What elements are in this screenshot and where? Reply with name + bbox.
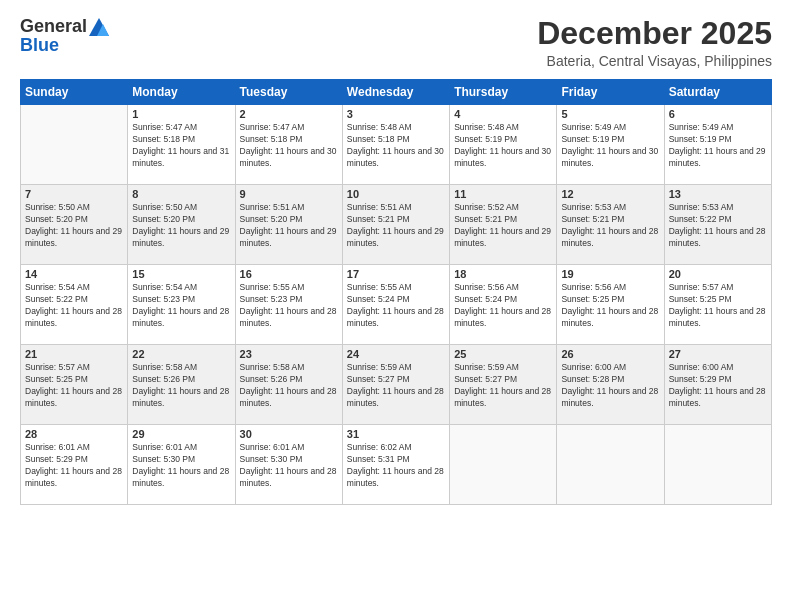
day-info: Sunrise: 5:53 AMSunset: 5:21 PMDaylight:… bbox=[561, 202, 659, 250]
day-info: Sunrise: 5:58 AMSunset: 5:26 PMDaylight:… bbox=[240, 362, 338, 410]
day-number: 19 bbox=[561, 268, 659, 280]
day-number: 29 bbox=[132, 428, 230, 440]
day-info: Sunrise: 5:55 AMSunset: 5:23 PMDaylight:… bbox=[240, 282, 338, 330]
day-info: Sunrise: 6:02 AMSunset: 5:31 PMDaylight:… bbox=[347, 442, 445, 490]
day-number: 11 bbox=[454, 188, 552, 200]
logo: General Blue bbox=[20, 16, 109, 56]
calendar-cell bbox=[557, 425, 664, 505]
day-info: Sunrise: 5:51 AMSunset: 5:21 PMDaylight:… bbox=[347, 202, 445, 250]
calendar-cell: 23Sunrise: 5:58 AMSunset: 5:26 PMDayligh… bbox=[235, 345, 342, 425]
calendar-cell: 27Sunrise: 6:00 AMSunset: 5:29 PMDayligh… bbox=[664, 345, 771, 425]
header: General Blue December 2025 Bateria, Cent… bbox=[20, 16, 772, 69]
page: General Blue December 2025 Bateria, Cent… bbox=[0, 0, 792, 612]
calendar-cell: 4Sunrise: 5:48 AMSunset: 5:19 PMDaylight… bbox=[450, 105, 557, 185]
day-info: Sunrise: 6:01 AMSunset: 5:29 PMDaylight:… bbox=[25, 442, 123, 490]
day-number: 3 bbox=[347, 108, 445, 120]
day-info: Sunrise: 6:01 AMSunset: 5:30 PMDaylight:… bbox=[132, 442, 230, 490]
day-info: Sunrise: 6:00 AMSunset: 5:29 PMDaylight:… bbox=[669, 362, 767, 410]
calendar-cell: 21Sunrise: 5:57 AMSunset: 5:25 PMDayligh… bbox=[21, 345, 128, 425]
weekday-header: Monday bbox=[128, 80, 235, 105]
calendar-cell: 6Sunrise: 5:49 AMSunset: 5:19 PMDaylight… bbox=[664, 105, 771, 185]
day-number: 17 bbox=[347, 268, 445, 280]
calendar-cell bbox=[450, 425, 557, 505]
title-area: December 2025 Bateria, Central Visayas, … bbox=[537, 16, 772, 69]
day-number: 23 bbox=[240, 348, 338, 360]
day-info: Sunrise: 5:50 AMSunset: 5:20 PMDaylight:… bbox=[25, 202, 123, 250]
day-info: Sunrise: 6:00 AMSunset: 5:28 PMDaylight:… bbox=[561, 362, 659, 410]
calendar-cell: 25Sunrise: 5:59 AMSunset: 5:27 PMDayligh… bbox=[450, 345, 557, 425]
calendar-cell: 16Sunrise: 5:55 AMSunset: 5:23 PMDayligh… bbox=[235, 265, 342, 345]
day-info: Sunrise: 5:53 AMSunset: 5:22 PMDaylight:… bbox=[669, 202, 767, 250]
calendar-cell: 31Sunrise: 6:02 AMSunset: 5:31 PMDayligh… bbox=[342, 425, 449, 505]
calendar-cell: 9Sunrise: 5:51 AMSunset: 5:20 PMDaylight… bbox=[235, 185, 342, 265]
day-number: 15 bbox=[132, 268, 230, 280]
day-number: 2 bbox=[240, 108, 338, 120]
day-number: 30 bbox=[240, 428, 338, 440]
day-info: Sunrise: 5:47 AMSunset: 5:18 PMDaylight:… bbox=[240, 122, 338, 170]
day-number: 13 bbox=[669, 188, 767, 200]
day-info: Sunrise: 5:49 AMSunset: 5:19 PMDaylight:… bbox=[669, 122, 767, 170]
logo-icon bbox=[89, 18, 109, 36]
day-info: Sunrise: 6:01 AMSunset: 5:30 PMDaylight:… bbox=[240, 442, 338, 490]
calendar-header-row: SundayMondayTuesdayWednesdayThursdayFrid… bbox=[21, 80, 772, 105]
day-info: Sunrise: 5:48 AMSunset: 5:18 PMDaylight:… bbox=[347, 122, 445, 170]
day-info: Sunrise: 5:52 AMSunset: 5:21 PMDaylight:… bbox=[454, 202, 552, 250]
day-number: 1 bbox=[132, 108, 230, 120]
day-info: Sunrise: 5:57 AMSunset: 5:25 PMDaylight:… bbox=[25, 362, 123, 410]
day-number: 27 bbox=[669, 348, 767, 360]
weekday-header: Friday bbox=[557, 80, 664, 105]
day-number: 7 bbox=[25, 188, 123, 200]
day-info: Sunrise: 5:55 AMSunset: 5:24 PMDaylight:… bbox=[347, 282, 445, 330]
day-number: 14 bbox=[25, 268, 123, 280]
calendar-cell: 14Sunrise: 5:54 AMSunset: 5:22 PMDayligh… bbox=[21, 265, 128, 345]
day-info: Sunrise: 5:51 AMSunset: 5:20 PMDaylight:… bbox=[240, 202, 338, 250]
day-info: Sunrise: 5:57 AMSunset: 5:25 PMDaylight:… bbox=[669, 282, 767, 330]
day-number: 12 bbox=[561, 188, 659, 200]
calendar-cell: 1Sunrise: 5:47 AMSunset: 5:18 PMDaylight… bbox=[128, 105, 235, 185]
calendar-cell: 13Sunrise: 5:53 AMSunset: 5:22 PMDayligh… bbox=[664, 185, 771, 265]
month-title: December 2025 bbox=[537, 16, 772, 51]
day-number: 31 bbox=[347, 428, 445, 440]
day-number: 22 bbox=[132, 348, 230, 360]
calendar-cell: 10Sunrise: 5:51 AMSunset: 5:21 PMDayligh… bbox=[342, 185, 449, 265]
day-info: Sunrise: 5:50 AMSunset: 5:20 PMDaylight:… bbox=[132, 202, 230, 250]
calendar-cell: 28Sunrise: 6:01 AMSunset: 5:29 PMDayligh… bbox=[21, 425, 128, 505]
calendar-cell bbox=[21, 105, 128, 185]
day-number: 9 bbox=[240, 188, 338, 200]
weekday-header: Sunday bbox=[21, 80, 128, 105]
weekday-header: Wednesday bbox=[342, 80, 449, 105]
day-number: 10 bbox=[347, 188, 445, 200]
weekday-header: Tuesday bbox=[235, 80, 342, 105]
weekday-header: Saturday bbox=[664, 80, 771, 105]
day-number: 5 bbox=[561, 108, 659, 120]
day-info: Sunrise: 5:59 AMSunset: 5:27 PMDaylight:… bbox=[454, 362, 552, 410]
calendar-cell: 19Sunrise: 5:56 AMSunset: 5:25 PMDayligh… bbox=[557, 265, 664, 345]
day-number: 25 bbox=[454, 348, 552, 360]
calendar-cell: 20Sunrise: 5:57 AMSunset: 5:25 PMDayligh… bbox=[664, 265, 771, 345]
weekday-header: Thursday bbox=[450, 80, 557, 105]
calendar-cell: 5Sunrise: 5:49 AMSunset: 5:19 PMDaylight… bbox=[557, 105, 664, 185]
day-number: 8 bbox=[132, 188, 230, 200]
day-number: 21 bbox=[25, 348, 123, 360]
day-info: Sunrise: 5:59 AMSunset: 5:27 PMDaylight:… bbox=[347, 362, 445, 410]
calendar-cell: 18Sunrise: 5:56 AMSunset: 5:24 PMDayligh… bbox=[450, 265, 557, 345]
day-info: Sunrise: 5:56 AMSunset: 5:25 PMDaylight:… bbox=[561, 282, 659, 330]
day-info: Sunrise: 5:56 AMSunset: 5:24 PMDaylight:… bbox=[454, 282, 552, 330]
calendar-week-row: 14Sunrise: 5:54 AMSunset: 5:22 PMDayligh… bbox=[21, 265, 772, 345]
calendar-cell: 24Sunrise: 5:59 AMSunset: 5:27 PMDayligh… bbox=[342, 345, 449, 425]
day-info: Sunrise: 5:54 AMSunset: 5:23 PMDaylight:… bbox=[132, 282, 230, 330]
calendar-week-row: 28Sunrise: 6:01 AMSunset: 5:29 PMDayligh… bbox=[21, 425, 772, 505]
calendar-week-row: 1Sunrise: 5:47 AMSunset: 5:18 PMDaylight… bbox=[21, 105, 772, 185]
day-number: 24 bbox=[347, 348, 445, 360]
day-number: 16 bbox=[240, 268, 338, 280]
calendar-cell: 30Sunrise: 6:01 AMSunset: 5:30 PMDayligh… bbox=[235, 425, 342, 505]
location-title: Bateria, Central Visayas, Philippines bbox=[537, 53, 772, 69]
day-info: Sunrise: 5:47 AMSunset: 5:18 PMDaylight:… bbox=[132, 122, 230, 170]
day-number: 18 bbox=[454, 268, 552, 280]
calendar-cell bbox=[664, 425, 771, 505]
calendar-cell: 2Sunrise: 5:47 AMSunset: 5:18 PMDaylight… bbox=[235, 105, 342, 185]
calendar-week-row: 7Sunrise: 5:50 AMSunset: 5:20 PMDaylight… bbox=[21, 185, 772, 265]
day-info: Sunrise: 5:58 AMSunset: 5:26 PMDaylight:… bbox=[132, 362, 230, 410]
day-info: Sunrise: 5:49 AMSunset: 5:19 PMDaylight:… bbox=[561, 122, 659, 170]
calendar-cell: 22Sunrise: 5:58 AMSunset: 5:26 PMDayligh… bbox=[128, 345, 235, 425]
